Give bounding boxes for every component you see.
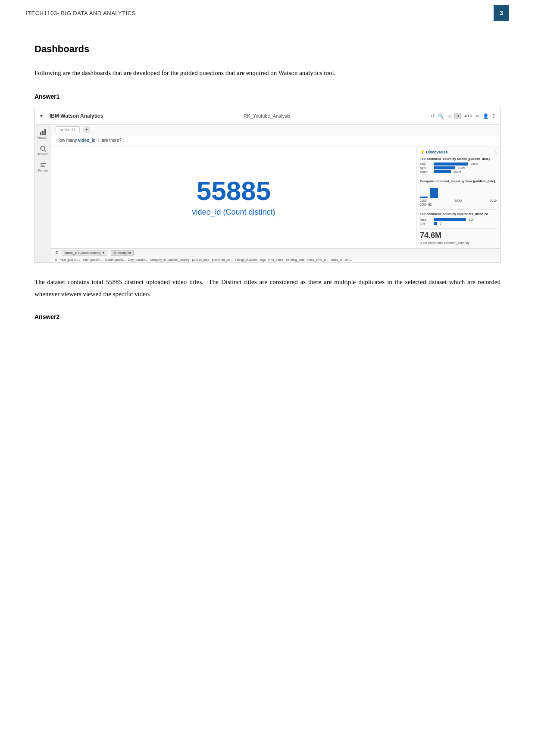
- watson-screenshot: ▾ IBM Watson Analytics RK_Youtube_Analys…: [34, 108, 501, 263]
- watson-nav-title: RK_Youtube_Analysis: [108, 113, 425, 119]
- true-bar: [434, 222, 437, 225]
- info-icon: ⓘ: [97, 138, 100, 143]
- col-error: video_error_a...: [307, 258, 328, 262]
- answer2-heading: Answer2: [34, 313, 501, 320]
- discovery-big-number: 74.6M: [420, 231, 497, 240]
- add-tab-button[interactable]: +: [83, 126, 90, 133]
- search-nav-icon[interactable]: 🔍: [438, 113, 444, 119]
- sigma-icon: Σ: [56, 250, 58, 255]
- col-day-pub: Day (publish...: [128, 258, 148, 262]
- question-text: How many video_id ⓘ are there?: [56, 138, 122, 144]
- watson-brand: IBM Watson Analytics: [50, 113, 103, 119]
- col-published: published_dis...: [212, 258, 233, 262]
- answer1-heading: Answer1: [34, 93, 501, 100]
- watson-main: Untitled 1 + How many video_id ⓘ are the…: [51, 125, 500, 262]
- discovery-bar-may: May 240M: [420, 162, 497, 166]
- svg-point-3: [41, 146, 45, 150]
- march-bar: [434, 170, 451, 173]
- answer1-description: The dataset contains total 55885 distinc…: [34, 276, 501, 300]
- watson-viz-area: 55885 video_id (Count distinct) 💡 Discov…: [51, 147, 500, 248]
- false-bar: [434, 218, 466, 221]
- discovery-section-bignum: 74.6M is the lowest total comment_count …: [420, 231, 497, 245]
- discovery-2006-label: 2006: 82: [420, 203, 497, 206]
- svg-rect-1: [42, 131, 44, 135]
- multiplier-label: Multiplier: [117, 251, 131, 255]
- discovery-bar-false: false 110: [420, 218, 497, 221]
- svg-rect-2: [44, 129, 46, 135]
- discovery-section-year: Compare comment_count by Year (publish_d…: [420, 179, 497, 206]
- multiplier-button[interactable]: ⊞ Multiplier: [111, 250, 134, 256]
- discovery-year-labels: 2006 900M 2019: [420, 199, 497, 202]
- discovery-disabled-title: Top comment_count by comments_disabled: [420, 212, 497, 216]
- watson-question-bar: How many video_id ⓘ are there?: [51, 135, 500, 147]
- description-text-content: The dataset contains total 55885 distinc…: [34, 278, 501, 298]
- col-year-pub1: Year (publish...: [60, 258, 80, 262]
- big-number-value: 55885: [197, 178, 271, 204]
- help-icon[interactable]: ?: [492, 113, 495, 119]
- document-title: ITECH1103- BIG DATA AND ANALYTICS: [26, 10, 136, 16]
- sidebar-analysis-icon[interactable]: Analysis: [37, 144, 49, 156]
- tab-label: Untitled 1: [59, 128, 76, 132]
- discoveries-header: 💡 Discoveries ›: [420, 150, 497, 154]
- bottom-chip[interactable]: video_id (Count distinct) ▾: [62, 250, 108, 256]
- watson-tab-untitled[interactable]: Untitled 1: [56, 126, 80, 133]
- discovery-section-disabled: Top comment_count by comments_disabled f…: [420, 212, 497, 225]
- col-more: con...: [344, 258, 352, 262]
- col-category: category_id: [150, 258, 166, 262]
- discoveries-title: 💡 Discoveries: [420, 150, 448, 154]
- discovery-bar-march: March 102M: [420, 170, 497, 173]
- question-highlight: video_id: [78, 138, 96, 143]
- watson-sidebar: Visuali... Analysis Format: [35, 125, 51, 262]
- chip-label: video_id (Count distinct): [65, 251, 102, 255]
- bulb-icon: 💡: [420, 150, 425, 154]
- intro-paragraph: Following are the dashboards that are de…: [34, 67, 501, 79]
- col-month-pub: Month (publis...: [105, 258, 126, 262]
- watson-tabs: Untitled 1 +: [51, 125, 500, 135]
- col-tags: tags: [260, 258, 266, 262]
- watson-columns-row: ⊞ Year (publish... Year (publish... Mont…: [51, 257, 500, 262]
- discovery-month-title: Top comment_count by Month (publish_date…: [420, 157, 497, 161]
- undo-icon[interactable]: ↺: [431, 113, 435, 119]
- col-country: publish_country: [169, 258, 190, 262]
- big-number-label: video_id (Count distinct): [192, 208, 275, 217]
- discoveries-expand-icon[interactable]: ›: [495, 150, 497, 154]
- discovery-bar-april: April 103M: [420, 166, 497, 169]
- back-icon[interactable]: ⇦: [476, 113, 479, 119]
- chip-chevron: ▾: [103, 251, 104, 255]
- discovery-big-desc: is the lowest total comment_count by: [420, 241, 497, 245]
- watson-discoveries-panel: 💡 Discoveries › Top comment_count by Mon…: [416, 147, 500, 248]
- watson-body: Visuali... Analysis Format Untitled 1: [35, 125, 500, 262]
- watson-nav-icons: ↺ 🔍 ◁ 0 40.5 ⇦ 👤 ?: [431, 113, 495, 119]
- col-ratings: ratings_disabled: [235, 258, 257, 262]
- page-header: ITECH1103- BIG DATA AND ANALYTICS 3: [0, 0, 535, 26]
- col-pubdate: publish_date: [192, 258, 210, 262]
- sidebar-format-icon[interactable]: Format: [37, 161, 49, 173]
- svg-rect-0: [40, 132, 41, 135]
- watson-center-viz: 55885 video_id (Count distinct): [51, 147, 416, 248]
- discovery-section-month: Top comment_count by Month (publish_date…: [420, 157, 497, 174]
- discovery-year-title: Compare comment_count by Year (publish_d…: [420, 179, 497, 184]
- april-bar: [434, 166, 455, 169]
- col-trending: trending_date: [286, 258, 304, 262]
- watson-bottom-toolbar: Σ video_id (Count distinct) ▾ ⊞ Multipli…: [51, 248, 500, 257]
- svg-line-4: [44, 150, 46, 152]
- share-icon[interactable]: ◁: [447, 113, 451, 119]
- nav-chevron-icon: ▾: [40, 113, 43, 119]
- may-bar: [434, 162, 468, 166]
- discovery-divider-2: [420, 209, 497, 210]
- main-content: Dashboards Following are the dashboards …: [0, 26, 535, 346]
- year-bar-2019: [430, 188, 438, 198]
- discovery-divider-1: [420, 177, 497, 177]
- col-videoid: video_id: [331, 258, 342, 262]
- section-title: Dashboards: [34, 44, 501, 55]
- page-number: 3: [494, 5, 509, 21]
- watson-navbar: ▾ IBM Watson Analytics RK_Youtube_Analys…: [35, 108, 500, 125]
- sidebar-visualization-icon[interactable]: Visuali...: [37, 128, 49, 140]
- user-icon[interactable]: 👤: [483, 113, 489, 119]
- nav-badge: 0: [454, 113, 461, 119]
- discovery-divider-3: [420, 228, 497, 229]
- col-icon: ⊞: [55, 258, 57, 262]
- year-bar-2006: [420, 197, 428, 198]
- table-icon: ⊞: [113, 251, 116, 255]
- nav-number: 40.5: [464, 114, 472, 118]
